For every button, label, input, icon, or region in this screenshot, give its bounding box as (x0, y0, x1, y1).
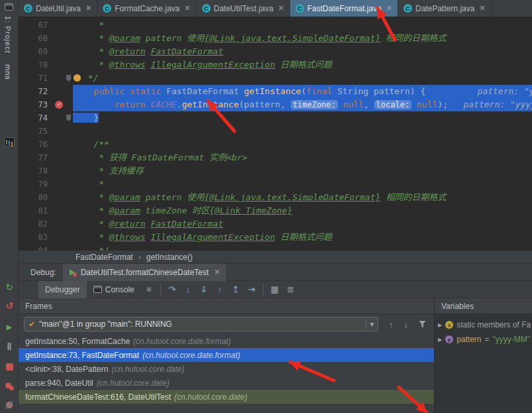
fold-marker-icon[interactable] (66, 75, 71, 82)
line-number[interactable]: 67 (19, 19, 54, 32)
variable-row[interactable]: ▶ppattern = "yyyy-MM" (435, 332, 532, 347)
frame-row[interactable]: getInstance:73, FastDateFormat(cn.hutool… (19, 348, 434, 362)
frame-row[interactable]: <clinit>:38, DatePattern(cn.hutool.core.… (19, 362, 434, 376)
tab-close-icon[interactable]: ✕ (278, 4, 284, 13)
code-text[interactable]: * (73, 19, 532, 32)
line-number[interactable]: 84 (19, 244, 54, 251)
tab-close-icon[interactable]: ✕ (479, 4, 485, 13)
editor-tab[interactable]: CFastDateFormat.java✕ (290, 0, 398, 17)
tab-close-icon[interactable]: ✕ (214, 268, 220, 276)
code-line[interactable]: 69 * @return FastDateFormat (19, 45, 532, 58)
code-editor[interactable]: 67 *68 * @param pattern 使用{@Link java.te… (19, 17, 532, 251)
stop-icon[interactable] (3, 361, 15, 373)
view-breakpoints-icon[interactable] (3, 381, 15, 392)
code-text[interactable]: */ (73, 244, 532, 251)
code-text[interactable]: return CACHE.getInstance(pattern, timeZo… (73, 98, 532, 111)
code-line[interactable]: 68 * @param pattern 使用{@Link java.text.S… (19, 32, 532, 45)
tool-window-icon[interactable] (5, 3, 13, 11)
debug-session-tab[interactable]: DateUtilTest.formatChineseDateTest ✕ (63, 264, 227, 281)
code-line[interactable]: 84 */ (19, 244, 532, 251)
mns-stripe-button[interactable]: mns (4, 64, 12, 80)
editor-tab[interactable]: CDatePattern.java✕ (398, 0, 492, 17)
tab-debugger[interactable]: Debugger (38, 281, 87, 298)
code-text[interactable]: */ (73, 72, 532, 85)
code-line[interactable]: 79 * (19, 178, 532, 191)
frame-down-icon[interactable]: ↓ (404, 320, 409, 329)
tab-close-icon[interactable]: ✕ (386, 4, 392, 13)
line-number[interactable]: 72 (19, 85, 54, 98)
code-text[interactable]: public static FastDateFormat getInstance… (73, 85, 532, 98)
line-number[interactable]: 83 (19, 231, 54, 244)
code-text[interactable] (73, 125, 532, 138)
code-line[interactable]: 73✓ return CACHE.getInstance(pattern, ti… (19, 98, 532, 111)
line-number[interactable]: 73 (19, 98, 54, 111)
step-out-icon[interactable]: ↑ (212, 284, 228, 294)
breakpoint-icon[interactable]: ✓ (55, 101, 63, 109)
code-line[interactable]: 81 * @param timeZone 时区{@Link TimeZone} (19, 204, 532, 217)
pause-icon[interactable]: ‖ (3, 341, 15, 353)
code-line[interactable]: 72 public static FastDateFormat getInsta… (19, 85, 532, 98)
fold-marker-icon[interactable] (66, 115, 71, 121)
code-line[interactable]: 78 * 支持缓存 (19, 164, 532, 178)
line-number[interactable]: 75 (19, 125, 54, 138)
line-number[interactable]: 70 (19, 58, 54, 72)
code-text[interactable]: * @return FastDateFormat (73, 217, 532, 231)
editor-tab[interactable]: CFormatCache.java✕ (97, 0, 196, 17)
line-number[interactable]: 78 (19, 164, 54, 178)
expand-arrow-icon[interactable]: ▶ (438, 337, 442, 343)
code-line[interactable]: 83 * @throws IllegalArgumentException 日期… (19, 231, 532, 244)
code-text[interactable]: * 支持缓存 (73, 164, 532, 178)
force-step-into-icon[interactable]: ⇓ (196, 284, 212, 294)
code-line[interactable]: 76 /** (19, 138, 532, 151)
frame-up-icon[interactable]: ↑ (389, 320, 394, 329)
code-line[interactable]: 82 * @return FastDateFormat (19, 217, 532, 231)
line-number[interactable]: 68 (19, 32, 54, 45)
code-text[interactable]: * (73, 178, 532, 191)
code-line[interactable]: 77 * 获得 FastDateFormat 实例<br> (19, 151, 532, 164)
line-number[interactable]: 69 (19, 45, 54, 58)
code-text[interactable]: * @param pattern 使用{@Link java.text.Simp… (73, 32, 532, 45)
variable-row[interactable]: ▶sstatic members of Fa (435, 318, 532, 332)
run-to-cursor-icon[interactable]: ⇥ (244, 284, 260, 294)
line-number[interactable]: 81 (19, 204, 54, 217)
expand-arrow-icon[interactable]: ▶ (438, 322, 442, 328)
tab-close-icon[interactable]: ✕ (184, 4, 190, 13)
drop-frame-icon[interactable]: ↥ (228, 284, 244, 294)
line-number[interactable]: 82 (19, 217, 54, 231)
line-number[interactable]: 77 (19, 151, 54, 164)
editor-tab[interactable]: CDateUtil.java✕ (19, 0, 97, 17)
project-stripe-button[interactable]: 1: Project (4, 16, 12, 53)
mute-breakpoints-icon[interactable] (3, 399, 15, 411)
step-over-icon[interactable]: ↷ (164, 284, 180, 294)
rerun-icon[interactable]: ↻ (3, 281, 15, 293)
editor-tab[interactable]: CDateUtilTest.java✕ (197, 0, 290, 17)
code-line[interactable]: 71 */ (19, 72, 532, 85)
code-text[interactable]: /** (73, 138, 532, 151)
breadcrumb-item-class[interactable]: FastDateFormat (76, 253, 133, 262)
chart-icon[interactable] (4, 137, 15, 147)
frame-row[interactable]: formatChineseDateTest:616, DateUtilTest(… (19, 390, 434, 404)
line-number[interactable]: 74 (19, 111, 54, 125)
thread-selector[interactable]: ✔ "main"@1 in group "main": RUNNING ▾ (24, 317, 378, 331)
hamburger-icon[interactable]: ≡ (141, 284, 157, 294)
line-number[interactable]: 80 (19, 191, 54, 204)
code-text[interactable]: * 获得 FastDateFormat 实例<br> (73, 151, 532, 164)
code-text[interactable]: * @throws IllegalArgumentException 日期格式问… (73, 58, 532, 72)
code-text[interactable]: } (73, 111, 532, 125)
resume-icon[interactable]: ▶ (3, 321, 15, 333)
debug-session-icon[interactable]: ↺ (3, 300, 15, 312)
code-line[interactable]: 80 * @param pattern 使用{@Link java.text.S… (19, 191, 532, 204)
breadcrumb-item-method[interactable]: getInstance() (146, 253, 193, 262)
step-into-icon[interactable]: ↓ (180, 284, 196, 294)
evaluate-table-icon[interactable]: ▦ (267, 284, 283, 294)
code-line[interactable]: 67 * (19, 19, 532, 32)
chevron-down-icon[interactable]: ▾ (366, 320, 378, 329)
line-number[interactable]: 71 (19, 72, 54, 85)
filter-icon[interactable] (419, 321, 426, 328)
tab-console[interactable]: Console (87, 281, 141, 298)
line-number[interactable]: 79 (19, 178, 54, 191)
tab-close-icon[interactable]: ✕ (85, 4, 91, 13)
line-number[interactable]: 76 (19, 138, 54, 151)
intention-bulb-icon[interactable] (74, 74, 81, 82)
code-line[interactable]: 74 } (19, 111, 532, 125)
